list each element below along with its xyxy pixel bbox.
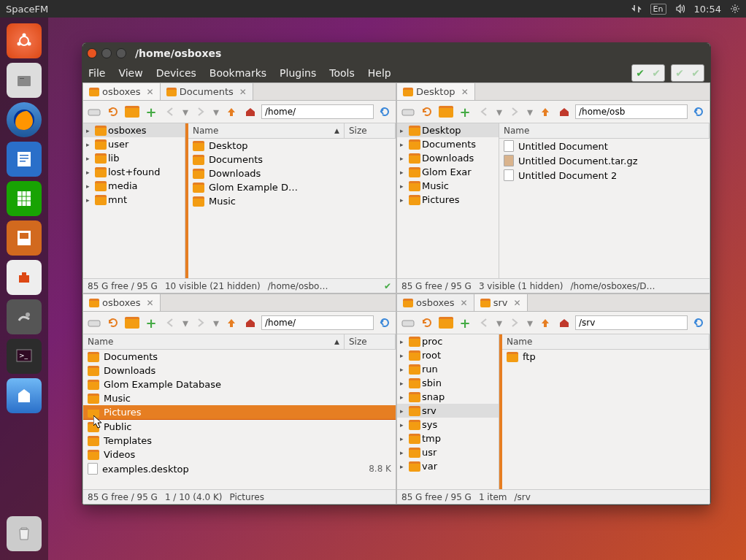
file-row[interactable]: Untitled Document.tar.gz xyxy=(499,153,710,168)
file-row[interactable]: Desktop xyxy=(188,139,396,153)
file-row[interactable]: Videos xyxy=(83,448,396,461)
tree-node[interactable]: ▸srv xyxy=(397,404,499,418)
close-icon[interactable]: ✕ xyxy=(461,298,468,308)
tree-node[interactable]: ▸Music xyxy=(397,179,499,193)
open-folder-icon[interactable] xyxy=(438,315,454,331)
expand-icon[interactable]: ▸ xyxy=(400,435,407,442)
back-icon[interactable] xyxy=(162,315,178,331)
column-header-size[interactable]: Size xyxy=(345,123,396,138)
file-row[interactable]: Music xyxy=(188,194,396,208)
forward-dropdown-icon[interactable]: ▾ xyxy=(526,104,534,120)
refresh-icon[interactable] xyxy=(419,315,435,331)
window-titlebar[interactable]: /home/osboxes xyxy=(82,43,710,64)
tab[interactable]: osboxes✕ xyxy=(397,294,474,311)
writer-icon[interactable] xyxy=(7,142,42,177)
refresh-icon[interactable] xyxy=(419,104,435,120)
app-indicator[interactable]: SpaceFM xyxy=(6,4,48,15)
home-icon[interactable] xyxy=(242,315,258,331)
file-row[interactable]: Pictures xyxy=(83,405,396,420)
tree-node[interactable]: ▸usr xyxy=(397,445,499,459)
back-icon[interactable] xyxy=(162,104,178,120)
path-input[interactable] xyxy=(261,315,374,330)
add-icon[interactable]: + xyxy=(457,104,473,120)
window-maximize-icon[interactable] xyxy=(116,48,126,58)
home-icon[interactable] xyxy=(556,104,572,120)
forward-dropdown-icon[interactable]: ▾ xyxy=(526,315,534,331)
expand-icon[interactable]: ▸ xyxy=(400,183,407,190)
software-icon[interactable] xyxy=(7,260,42,295)
open-folder-icon[interactable] xyxy=(124,104,140,120)
tree-node[interactable]: ▸lost+found xyxy=(83,165,185,179)
file-row[interactable]: Music xyxy=(83,391,396,405)
forward-icon[interactable] xyxy=(193,315,209,331)
tree-node[interactable]: ▸snap xyxy=(397,390,499,404)
expand-icon[interactable]: ▸ xyxy=(400,127,407,134)
refresh-icon[interactable] xyxy=(105,315,121,331)
close-icon[interactable]: ✕ xyxy=(147,87,154,97)
close-icon[interactable]: ✕ xyxy=(147,298,154,308)
tab[interactable]: osboxes✕ xyxy=(83,83,161,100)
expand-icon[interactable]: ▸ xyxy=(86,155,93,162)
expand-icon[interactable]: ▸ xyxy=(400,380,407,387)
forward-icon[interactable] xyxy=(507,315,523,331)
calc-icon[interactable] xyxy=(7,181,42,216)
expand-icon[interactable]: ▸ xyxy=(400,169,407,176)
tab[interactable]: Documents✕ xyxy=(161,83,253,100)
sound-icon[interactable] xyxy=(675,4,685,14)
open-folder-icon[interactable] xyxy=(124,315,140,331)
file-row[interactable]: Glom Example D… xyxy=(188,180,396,194)
refresh-icon[interactable] xyxy=(105,104,121,120)
file-row[interactable]: Documents xyxy=(188,153,396,166)
gear-icon[interactable] xyxy=(730,4,740,14)
tree-node[interactable]: ▸Documents xyxy=(397,137,499,151)
tree-node[interactable]: ▸tmp xyxy=(397,431,499,445)
menu-bookmarks[interactable]: Bookmarks xyxy=(209,67,266,79)
tree-node[interactable]: ▸Glom Exar xyxy=(397,165,499,179)
back-dropdown-icon[interactable]: ▾ xyxy=(495,104,504,120)
file-row[interactable]: Templates xyxy=(83,434,396,448)
path-input[interactable] xyxy=(575,315,688,330)
column-header-name[interactable]: Name xyxy=(88,337,113,347)
expand-icon[interactable]: ▸ xyxy=(400,338,407,345)
drive-icon[interactable] xyxy=(400,104,416,120)
add-icon[interactable]: + xyxy=(143,104,159,120)
tree-node[interactable]: ▸sbin xyxy=(397,376,499,390)
up-icon[interactable] xyxy=(537,315,553,331)
tree-node[interactable]: ▸proc xyxy=(397,334,499,348)
file-row[interactable]: examples.desktop8.8 K xyxy=(83,461,396,476)
tree-node[interactable]: ▸Desktop xyxy=(397,123,499,137)
forward-dropdown-icon[interactable]: ▾ xyxy=(212,104,220,120)
back-icon[interactable] xyxy=(476,104,492,120)
forward-dropdown-icon[interactable]: ▾ xyxy=(212,315,220,331)
tab[interactable]: Desktop✕ xyxy=(397,83,475,100)
drive-icon[interactable] xyxy=(86,315,102,331)
keyboard-lang-indicator[interactable]: En xyxy=(650,4,666,15)
tree-view[interactable]: ▸Desktop▸Documents▸Downloads▸Glom Exar▸M… xyxy=(397,123,499,278)
path-input[interactable] xyxy=(261,104,374,119)
close-icon[interactable]: ✕ xyxy=(461,87,469,97)
firefox-icon[interactable] xyxy=(7,102,42,137)
tree-node[interactable]: ▸mnt xyxy=(83,193,185,207)
home-icon[interactable] xyxy=(556,315,572,331)
clock[interactable]: 10:54 xyxy=(694,4,721,15)
drive-icon[interactable] xyxy=(86,104,102,120)
menu-help[interactable]: Help xyxy=(368,67,391,79)
close-icon[interactable]: ✕ xyxy=(239,87,247,97)
files-icon[interactable] xyxy=(7,63,42,98)
expand-icon[interactable]: ▸ xyxy=(86,196,93,204)
terminal-icon[interactable]: >_ xyxy=(7,339,42,374)
expand-icon[interactable]: ▸ xyxy=(400,421,407,429)
go-icon[interactable] xyxy=(377,315,393,331)
expand-icon[interactable]: ▸ xyxy=(400,155,407,162)
menu-plugins[interactable]: Plugins xyxy=(280,67,316,79)
file-row[interactable]: Glom Example Database xyxy=(83,377,396,391)
menu-file[interactable]: File xyxy=(88,67,105,79)
tree-node[interactable]: ▸Downloads xyxy=(397,151,499,165)
expand-icon[interactable]: ▸ xyxy=(400,352,407,359)
expand-icon[interactable]: ▸ xyxy=(86,183,93,190)
window-minimize-icon[interactable] xyxy=(101,48,112,58)
path-input[interactable] xyxy=(575,104,688,119)
tree-view[interactable]: ▸proc▸root▸run▸sbin▸snap▸srv▸sys▸tmp▸usr… xyxy=(397,334,499,489)
window-close-icon[interactable] xyxy=(87,48,97,58)
up-icon[interactable] xyxy=(223,315,239,331)
